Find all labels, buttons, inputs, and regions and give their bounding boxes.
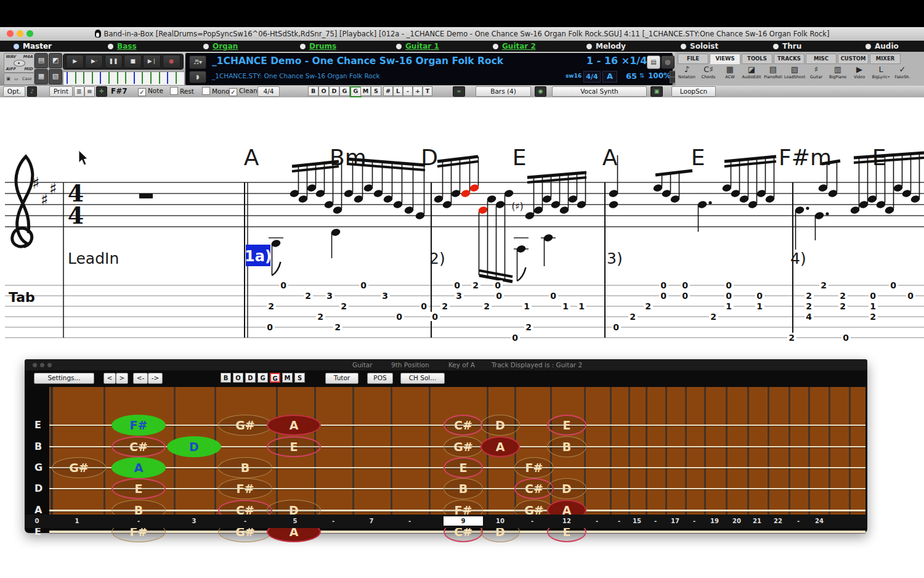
fret-number--[interactable]: -	[332, 518, 334, 524]
track-dot[interactable]	[108, 44, 113, 49]
mid-label[interactable]: MID	[24, 67, 33, 71]
ribbon-icon-pianoroll[interactable]: ▤PianoRoll	[763, 65, 784, 79]
fret-settings-button[interactable]: Settings...	[34, 373, 94, 384]
track-item-guitar-2[interactable]: Guitar 2	[493, 42, 536, 51]
notation-options-button[interactable]: Opt.	[3, 86, 25, 97]
stop-button[interactable]: ■	[124, 55, 142, 68]
save-as-button[interactable]: ▧	[49, 69, 62, 84]
track-item-soloist[interactable]: Soloist	[681, 42, 718, 51]
song-title[interactable]: _1CHANCE Demo - One Chance Sw-16 Organ F…	[212, 55, 503, 67]
track-item-melody[interactable]: Melody	[586, 42, 626, 51]
fret-number-7[interactable]: 7	[370, 518, 374, 524]
pad-icon[interactable]: ▭	[14, 76, 18, 81]
fret-note-fs-s0[interactable]: F#	[111, 415, 166, 436]
fret-number--[interactable]: -	[618, 518, 620, 524]
bar-beat-strip[interactable]	[63, 71, 185, 86]
song-menu-button[interactable]: ♬▾	[189, 55, 206, 69]
tempo-display[interactable]: 65	[626, 71, 637, 81]
fret-note-b-s1[interactable]: B	[547, 436, 586, 457]
checkbox-rest[interactable]: Rest	[170, 87, 194, 95]
ribbon-icon-leadsheet[interactable]: ▧LeadSheet	[784, 65, 805, 79]
fret-number--[interactable]: -	[654, 518, 657, 524]
fret-note-cs-s1[interactable]: C#	[111, 436, 166, 457]
fret-note-gs-s0[interactable]: G#	[218, 415, 272, 436]
fret-number--[interactable]: -	[408, 518, 411, 524]
track-dot[interactable]	[586, 44, 592, 49]
record-button[interactable]: ●	[163, 55, 180, 68]
fret-zoom-button[interactable]	[47, 363, 52, 367]
cluster-bottom-row[interactable]: ▣ ▭ Case	[4, 73, 34, 85]
fret-fwd-button[interactable]: ->	[148, 373, 163, 384]
fret-note-d-s0[interactable]: D	[480, 415, 520, 436]
key-display[interactable]: A	[602, 71, 617, 83]
chord-output-icon-button[interactable]: ◉	[535, 86, 546, 97]
ribbon-tab-misc[interactable]: MISC	[806, 54, 837, 64]
track-dot[interactable]	[865, 44, 871, 49]
note-color-button[interactable]: ♪	[27, 86, 37, 97]
fret-number-15[interactable]: 15	[633, 518, 641, 524]
fret-number--[interactable]: -	[693, 518, 695, 524]
notation-track-letter-5[interactable]: M	[360, 86, 371, 96]
fret-track-letter-6[interactable]: S	[294, 373, 305, 383]
print-button[interactable]: Print	[49, 86, 73, 97]
fret-note-d-s3[interactable]: D	[547, 478, 586, 499]
track-dot[interactable]	[14, 44, 19, 49]
fret-number-12[interactable]: 12	[562, 518, 571, 524]
track-dot[interactable]	[396, 44, 402, 49]
fret-prev-button[interactable]: <	[103, 373, 116, 384]
fret-number-0[interactable]: 0	[35, 518, 39, 524]
track-item-audio[interactable]: Audio	[865, 42, 899, 51]
fret-note-fs-s3[interactable]: F#	[218, 478, 272, 499]
wav-label[interactable]: WAV	[6, 54, 16, 59]
ribbon-tab-tracks[interactable]: TRACKS	[774, 54, 804, 64]
song-settings-button[interactable]: ◎	[661, 55, 675, 69]
case-label[interactable]: Case	[22, 76, 32, 81]
punch-in-button[interactable]: ▶❘	[143, 55, 161, 68]
notation-track-letter-6[interactable]: S	[371, 86, 381, 96]
audio-format-cluster[interactable]: WAV M4A AIFF MID	[4, 53, 34, 73]
tempo-spinner[interactable]: ⇅	[639, 72, 644, 79]
pause-button[interactable]: ❚❚	[105, 55, 123, 68]
track-dot[interactable]	[300, 44, 306, 49]
fret-number-22[interactable]: 22	[774, 518, 782, 524]
fret-number-19[interactable]: 19	[710, 518, 719, 524]
ribbon-icon-notation[interactable]: ♪Notation	[676, 65, 697, 79]
ribbon-tab-views[interactable]: VIEWS	[710, 54, 740, 64]
track-dot[interactable]	[493, 44, 498, 49]
fret-number--[interactable]: -	[531, 518, 533, 524]
track-item-thru[interactable]: Thru	[773, 42, 801, 51]
track-dot[interactable]	[203, 44, 209, 49]
fret-note-b-s3[interactable]: B	[444, 478, 483, 499]
fret-note-e-s2[interactable]: E	[444, 457, 483, 478]
fret-note-gs-s2[interactable]: G#	[52, 457, 106, 478]
fret-note-cs-s0[interactable]: C#	[444, 415, 483, 436]
audio-render-button[interactable]	[14, 60, 25, 67]
fret-number-21[interactable]: 21	[753, 518, 761, 524]
fret-number--[interactable]: -	[244, 518, 246, 524]
track-item-bass[interactable]: Bass	[108, 42, 137, 51]
fret-note-gs-s1[interactable]: G#	[444, 436, 483, 457]
track-item-guitar-1[interactable]: Guitar 1	[396, 42, 439, 51]
fret-back-button[interactable]: <-	[133, 373, 148, 384]
copy-song-button[interactable]: ▤	[647, 55, 660, 69]
ribbon-tab-mixer[interactable]: MIXER	[870, 54, 901, 64]
fret-number--[interactable]: -	[137, 518, 140, 524]
new-song-button[interactable]: ▤	[34, 53, 48, 68]
play-button[interactable]: ▶	[66, 55, 84, 68]
fret-number-5[interactable]: 5	[293, 518, 298, 524]
ribbon-icon-guitar[interactable]: ♯Guitar	[806, 65, 827, 79]
fret-number-10[interactable]: 10	[496, 518, 505, 524]
ch-sol-button[interactable]: CH Sol...	[400, 373, 445, 384]
loop-icon[interactable]: ▣	[6, 76, 10, 81]
ribbon-icon-biglyric[interactable]: LBigLyric•	[870, 65, 891, 79]
meter-display[interactable]: 4/4	[583, 71, 601, 83]
notation-extra-#[interactable]: #	[383, 86, 393, 96]
notation-extra-L[interactable]: L	[393, 86, 403, 96]
fret-track-letter-4[interactable]: G	[270, 373, 280, 383]
fret-next-button[interactable]: >	[116, 373, 128, 384]
notation-extra-+[interactable]: +	[413, 86, 423, 96]
fret-track-letter-3[interactable]: G	[257, 373, 268, 383]
checkbox-box[interactable]: ✓	[138, 88, 146, 96]
fret-note-a-s1[interactable]: A	[480, 436, 520, 457]
track-item-master[interactable]: Master	[14, 42, 52, 51]
